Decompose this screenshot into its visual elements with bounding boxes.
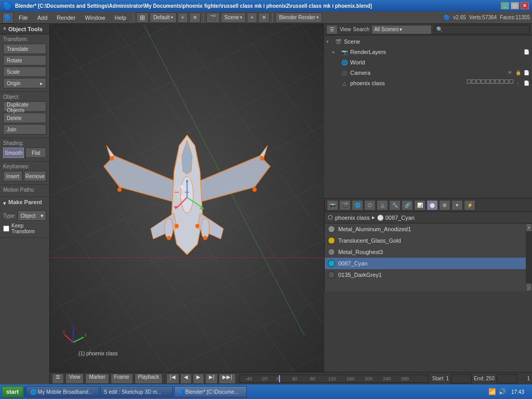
scene-close[interactable]: ✕ <box>258 12 270 23</box>
menu-render[interactable]: Render <box>52 14 79 22</box>
layout-dropdown[interactable]: Default <box>150 12 177 23</box>
material-item-1[interactable]: Translucent_Glass_Gold <box>325 235 526 246</box>
version-label: v2.65 <box>453 15 466 20</box>
play-btn[interactable]: ▶ <box>193 374 204 384</box>
props-icon-render[interactable]: 📷 <box>327 200 338 210</box>
keyframe-buttons: Insert Remove <box>3 171 46 181</box>
menu-help[interactable]: Help <box>111 14 131 22</box>
props-icon-texture[interactable]: ⊞ <box>439 200 450 210</box>
scroll-down-button[interactable]: - <box>526 283 532 291</box>
flat-button[interactable]: Flat <box>25 148 46 158</box>
aircraft-body-group <box>104 135 270 255</box>
start-button[interactable]: start <box>2 386 23 397</box>
jump-end-btn[interactable]: ▶▶| <box>219 374 236 384</box>
maximize-button[interactable]: □ <box>511 2 519 9</box>
taskbar: start 🌐 My Mobile Broadband... S edit : … <box>0 384 532 399</box>
material-item-3[interactable]: 0087_Cyan <box>325 258 526 269</box>
prev-frame-btn[interactable]: ◀ <box>180 374 192 384</box>
next-frame-btn[interactable]: ▶| <box>205 374 218 384</box>
type-dropdown[interactable]: Object ▾ <box>18 210 46 221</box>
props-icon-material[interactable]: ⬤ <box>427 200 438 210</box>
tree-item-phoenix[interactable]: △ phoenix class <box>330 78 532 88</box>
props-icon-scene[interactable]: 🎬 <box>339 200 351 210</box>
playback-btn[interactable]: Playback <box>135 374 163 384</box>
props-icon-physics[interactable]: ⚡ <box>464 200 475 210</box>
material-item-2[interactable]: Metal_Roughest3 <box>325 246 526 258</box>
renderlayers-actions: 📄 <box>523 48 530 56</box>
jump-start-btn[interactable]: |◀ <box>166 374 179 384</box>
renderlayers-label: RenderLayers <box>350 49 521 55</box>
menu-window[interactable]: Window <box>81 14 109 22</box>
outliner-body: ▾ 🎬 Scene ▸ 📷 RenderLayers 📄 <box>324 35 532 198</box>
minimize-button[interactable]: _ <box>501 2 509 9</box>
props-icon-object[interactable]: ⬡ <box>364 200 376 210</box>
menu-add[interactable]: Add <box>33 14 52 22</box>
origin-button[interactable]: Origin ▸ <box>3 78 46 88</box>
layout-add[interactable]: + <box>178 12 188 23</box>
svg-point-22 <box>167 236 171 240</box>
taskbar-label-0: My Mobile Broadband... <box>38 389 93 395</box>
props-icon-constraint[interactable]: 🔗 <box>402 200 413 210</box>
end-value-input[interactable] <box>497 374 517 383</box>
taskbar-item-1[interactable]: S edit : Sketchup 3D m... <box>100 386 173 397</box>
props-icon-data[interactable]: 📊 <box>414 200 425 210</box>
insert-button[interactable]: Insert <box>3 171 22 181</box>
layout-close[interactable]: ✕ <box>189 12 201 23</box>
props-icon-modifier[interactable]: 🔧 <box>389 200 401 210</box>
viewport-canvas[interactable]: X Y Z (1) phoenix class <box>50 24 324 372</box>
camera-action1[interactable]: 👁 <box>506 69 513 76</box>
all-scenes-dropdown[interactable]: All Scenes ▾ <box>371 25 431 34</box>
props-scrollbar: + - <box>526 223 532 291</box>
tree-item-scene[interactable]: ▾ 🎬 Scene <box>324 36 532 47</box>
props-icon-particles[interactable]: ✦ <box>451 200 463 210</box>
render-engine-dropdown[interactable]: Blender Render <box>275 12 322 23</box>
marker-btn[interactable]: Marker <box>85 374 109 384</box>
scene-add[interactable]: + <box>247 12 257 23</box>
scale-button[interactable]: Scale <box>3 66 46 77</box>
material-item-0[interactable]: Metal_Aluminum_Anodized1 <box>325 223 526 235</box>
timeline-bar[interactable]: -40 -20 0 40 80 120 160 200 240 260 <box>240 375 429 383</box>
props-toolbar: 📷 🎬 🌐 ⬡ △ 🔧 🔗 📊 ⬤ ⊞ ✦ ⚡ <box>325 198 532 212</box>
remove-button[interactable]: Remove <box>24 171 46 181</box>
blender-menu-icon[interactable]: 🔵 <box>2 12 14 23</box>
scene-dropdown[interactable]: Scene <box>221 12 246 23</box>
join-button[interactable]: Join <box>3 124 46 135</box>
timeline-menu-btn[interactable]: ☰ <box>52 374 64 384</box>
keep-transform-checkbox[interactable] <box>3 225 9 232</box>
tree-item-world[interactable]: 🌐 World <box>330 57 532 68</box>
left-panel: ▾ Object Tools Transform: Translate Rota… <box>0 24 50 384</box>
material-label-2: Metal_Roughest3 <box>338 249 383 255</box>
taskbar-item-2[interactable]: 🔵 Blender* [C:\Docume... <box>174 386 247 397</box>
outliner-search-input[interactable] <box>434 25 530 34</box>
scene-icon[interactable]: 🎬 <box>206 12 220 23</box>
frame-btn[interactable]: Frame <box>111 374 133 384</box>
camera-action3[interactable]: 📄 <box>523 69 530 76</box>
svg-point-20 <box>117 188 122 192</box>
props-icon-mesh[interactable]: △ <box>377 200 388 210</box>
outliner-menu-btn[interactable]: ☰ <box>326 25 338 34</box>
phoenix-action-cursor[interactable]: ↕ <box>514 79 522 87</box>
close-button[interactable]: ✕ <box>521 2 529 9</box>
menu-file[interactable]: File <box>15 14 32 22</box>
props-icon-world[interactable]: 🌐 <box>352 200 363 210</box>
tree-item-renderlayers[interactable]: ▸ 📷 RenderLayers 📄 <box>330 47 532 57</box>
rotate-button[interactable]: Rotate <box>3 55 46 65</box>
translate-button[interactable]: Translate <box>3 44 46 54</box>
screens-icon[interactable]: ⊞ <box>136 12 149 23</box>
start-value-input[interactable] <box>451 374 472 383</box>
material-item-4[interactable]: 0135_DarkGrey1 <box>325 269 526 281</box>
taskbar-item-0[interactable]: 🌐 My Mobile Broadband... <box>26 386 99 397</box>
delete-button[interactable]: Delete <box>3 113 46 123</box>
view-btn[interactable]: View <box>65 374 84 384</box>
phoenix-action-doc[interactable]: 📄 <box>523 79 530 87</box>
verts-label: Verts:57364 <box>469 15 497 20</box>
duplicate-objects-button[interactable]: Duplicate Objects <box>3 101 46 112</box>
camera-action2[interactable]: 🔒 <box>514 69 522 76</box>
scroll-up-button[interactable]: + <box>526 223 532 232</box>
tree-item-camera[interactable]: 🎥 Camera 👁 🔒 📄 <box>330 68 532 78</box>
renderlayers-action1[interactable]: 📄 <box>523 48 530 56</box>
viewport[interactable]: User Persp + <box>50 24 324 372</box>
current-frame: 1 <box>520 376 530 381</box>
make-parent-header: ▾ Make Parent <box>3 199 46 207</box>
smooth-button[interactable]: Smooth <box>3 148 24 158</box>
